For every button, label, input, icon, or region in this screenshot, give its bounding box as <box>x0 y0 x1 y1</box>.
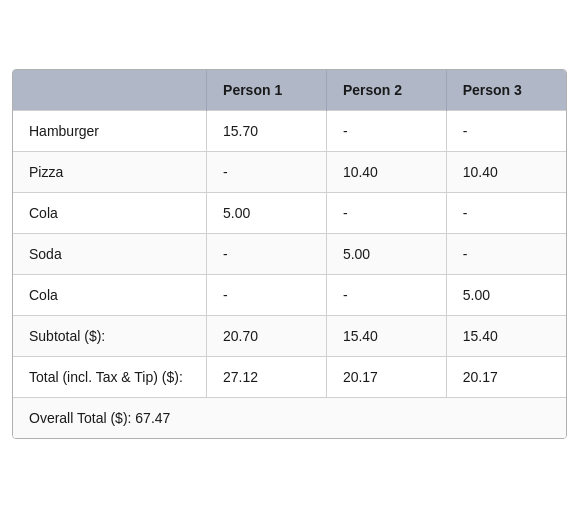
p3-value: - <box>446 111 566 152</box>
item-name: Cola <box>13 275 207 316</box>
table-row: Cola 5.00 - - <box>13 193 566 234</box>
header-person1: Person 1 <box>207 70 327 111</box>
p2-value: - <box>326 193 446 234</box>
total-p2: 20.17 <box>326 357 446 398</box>
subtotal-p2: 15.40 <box>326 316 446 357</box>
subtotal-label: Subtotal ($): <box>13 316 207 357</box>
p1-value: - <box>207 275 327 316</box>
total-p3: 20.17 <box>446 357 566 398</box>
header-person2: Person 2 <box>326 70 446 111</box>
p2-value: - <box>326 275 446 316</box>
p1-value: 5.00 <box>207 193 327 234</box>
p3-value: - <box>446 234 566 275</box>
overall-total-row: Overall Total ($): 67.47 <box>13 398 566 439</box>
subtotal-p3: 15.40 <box>446 316 566 357</box>
table-row: Cola - - 5.00 <box>13 275 566 316</box>
bill-split-table: Person 1 Person 2 Person 3 Hamburger 15.… <box>12 69 567 439</box>
subtotal-p1: 20.70 <box>207 316 327 357</box>
table-row: Soda - 5.00 - <box>13 234 566 275</box>
item-name: Pizza <box>13 152 207 193</box>
p3-value: 5.00 <box>446 275 566 316</box>
p3-value: 10.40 <box>446 152 566 193</box>
total-label: Total (incl. Tax & Tip) ($): <box>13 357 207 398</box>
header-person3: Person 3 <box>446 70 566 111</box>
item-name: Hamburger <box>13 111 207 152</box>
p2-value: 5.00 <box>326 234 446 275</box>
table-row: Pizza - 10.40 10.40 <box>13 152 566 193</box>
p1-value: 15.70 <box>207 111 327 152</box>
table-row: Hamburger 15.70 - - <box>13 111 566 152</box>
total-row: Total (incl. Tax & Tip) ($): 27.12 20.17… <box>13 357 566 398</box>
total-p1: 27.12 <box>207 357 327 398</box>
p2-value: 10.40 <box>326 152 446 193</box>
p1-value: - <box>207 152 327 193</box>
item-name: Cola <box>13 193 207 234</box>
overall-total-label: Overall Total ($): 67.47 <box>13 398 566 439</box>
p3-value: - <box>446 193 566 234</box>
subtotal-row: Subtotal ($): 20.70 15.40 15.40 <box>13 316 566 357</box>
table-header-row: Person 1 Person 2 Person 3 <box>13 70 566 111</box>
p1-value: - <box>207 234 327 275</box>
p2-value: - <box>326 111 446 152</box>
header-item <box>13 70 207 111</box>
item-name: Soda <box>13 234 207 275</box>
